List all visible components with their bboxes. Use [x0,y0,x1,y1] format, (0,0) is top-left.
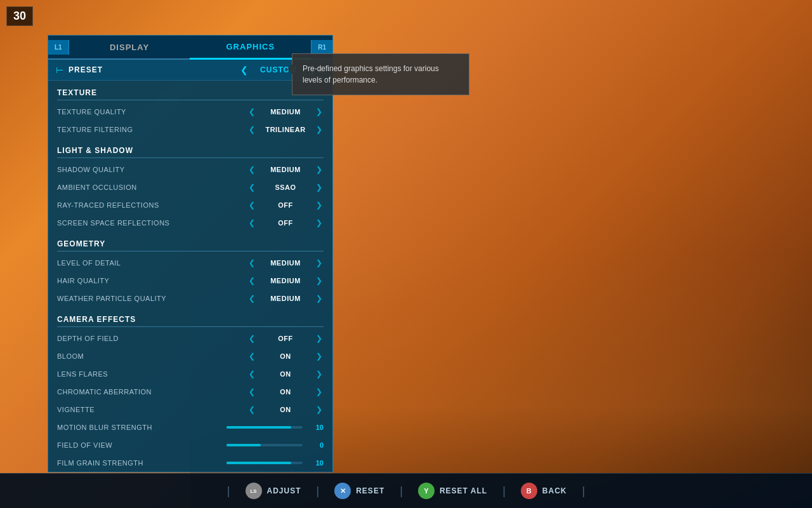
arrow-left-bloom[interactable]: ❮ [247,352,256,361]
bottom-action-adjust[interactable]: LS ADJUST [235,483,311,499]
arrow-left-level-of-detail[interactable]: ❮ [247,258,256,267]
setting-control-ray-traced-reflections: ❮ OFF ❯ [247,201,324,210]
setting-motion-blur-strength: MOTION BLUR STRENGTH 10 [48,418,332,436]
bottom-action-reset-all[interactable]: Y RESET ALL [408,483,497,499]
setting-name-texture-quality: TEXTURE QUALITY [57,108,247,116]
setting-bloom: BLOOM ❮ ON ❯ [48,347,332,365]
preset-tooltip: Pre-defined graphics settings for variou… [292,53,469,95]
arrow-right-vignette[interactable]: ❯ [315,405,324,414]
setting-control-lens-flares: ❮ ON ❯ [247,370,324,378]
arrow-right-chromatic-aberration[interactable]: ❯ [315,387,324,396]
arrow-right-lens-flares[interactable]: ❯ [315,370,324,378]
setting-name-hair-quality: HAIR QUALITY [57,277,247,284]
arrow-left-depth-of-field[interactable]: ❮ [247,334,256,343]
setting-level-of-detail: LEVEL OF DETAIL ❮ MEDIUM ❯ [48,254,332,272]
setting-control-shadow-quality: ❮ MEDIUM ❯ [247,165,324,174]
arrow-right-hair-quality[interactable]: ❯ [315,276,324,285]
arrow-right-ambient-occlusion[interactable]: ❯ [315,183,324,192]
setting-shadow-quality: SHADOW QUALITY ❮ MEDIUM ❯ [48,161,332,178]
section-header-light-shadow: LIGHT & SHADOW [48,141,332,157]
setting-chromatic-aberration: CHROMATIC ABERRATION ❮ ON ❯ [48,383,332,401]
value-weather-particle-quality: MEDIUM [260,295,311,302]
tab-display[interactable]: DISPLAY [69,36,190,58]
setting-control-vignette: ❮ ON ❯ [247,405,324,414]
arrow-left-ray-traced-reflections[interactable]: ❮ [247,201,256,210]
tooltip-text: Pre-defined graphics settings for variou… [303,64,439,84]
slider-track-film-grain[interactable] [226,462,303,464]
arrow-right-bloom[interactable]: ❯ [315,352,324,361]
arrow-left-lens-flares[interactable]: ❮ [247,370,256,378]
setting-name-motion-blur-strength: MOTION BLUR STRENGTH [57,424,226,431]
value-ambient-occlusion: SSAO [260,184,311,191]
arrow-left-screen-space-reflections[interactable]: ❮ [247,218,256,227]
value-chromatic-aberration: ON [260,388,311,396]
value-lens-flares: ON [260,370,311,378]
arrow-right-screen-space-reflections[interactable]: ❯ [315,218,324,227]
setting-name-field-of-view: FIELD OF VIEW [57,441,226,449]
setting-hair-quality: HAIR QUALITY ❮ MEDIUM ❯ [48,272,332,290]
section-divider-light-shadow [57,157,324,158]
setting-control-chromatic-aberration: ❮ ON ❯ [247,387,324,396]
bottom-bar: | LS ADJUST | ✕ RESET | Y RESET ALL | B … [0,473,812,508]
setting-field-of-view: FIELD OF VIEW 0 [48,436,332,454]
arrow-right-texture-filtering[interactable]: ❯ [315,125,324,134]
arrow-left-vignette[interactable]: ❮ [247,405,256,414]
arrow-left-shadow-quality[interactable]: ❮ [247,165,256,174]
section-header-geometry: GEOMETRY [48,234,332,251]
slider-track-field-of-view[interactable] [226,444,303,446]
arrow-left-ambient-occlusion[interactable]: ❮ [247,183,256,192]
bottom-sep-2: | [311,485,325,498]
tab-r1-button[interactable]: R1 [311,40,332,55]
value-bloom: ON [260,352,311,360]
value-motion-blur-strength: 10 [308,424,324,431]
arrow-right-depth-of-field[interactable]: ❯ [315,334,324,343]
setting-screen-space-reflections: SCREEN SPACE REFLECTIONS ❮ OFF ❯ [48,214,332,232]
arrow-right-texture-quality[interactable]: ❯ [315,107,324,116]
arrow-right-level-of-detail[interactable]: ❯ [315,258,324,267]
setting-lens-flares: LENS FLARES ❮ ON ❯ [48,365,332,383]
slider-fill-film-grain [226,462,291,464]
arrow-right-shadow-quality[interactable]: ❯ [315,165,324,174]
b-button-icon: B [521,483,537,499]
value-hair-quality: MEDIUM [260,277,311,284]
bottom-sep-1: | [222,485,235,498]
tab-bar: L1 DISPLAY GRAPHICS R1 [48,36,332,60]
value-film-grain-strength: 10 [308,459,324,467]
slider-track-motion-blur[interactable] [226,426,303,429]
arrow-left-hair-quality[interactable]: ❮ [247,276,256,285]
bottom-sep-4: | [497,485,511,498]
bottom-label-reset: RESET [356,486,384,495]
setting-name-screen-space-reflections: SCREEN SPACE REFLECTIONS [57,219,247,227]
value-depth-of-field: OFF [260,335,311,342]
setting-control-texture-quality: ❮ MEDIUM ❯ [247,107,324,116]
setting-name-level-of-detail: LEVEL OF DETAIL [57,259,247,267]
setting-control-weather-particle-quality: ❮ MEDIUM ❯ [247,294,324,303]
arrow-right-weather-particle-quality[interactable]: ❯ [315,294,324,303]
bottom-action-reset[interactable]: ✕ RESET [324,483,395,499]
slider-fill-field-of-view [226,444,261,446]
x-button-icon: ✕ [334,483,351,499]
tab-l1-button[interactable]: L1 [48,40,69,55]
preset-arrow-left[interactable]: ❮ [240,65,248,75]
arrow-right-ray-traced-reflections[interactable]: ❯ [315,201,324,210]
setting-name-vignette: VIGNETTE [57,406,247,413]
value-shadow-quality: MEDIUM [260,166,311,173]
bottom-sep-5: | [577,485,591,498]
bottom-sep-3: | [395,485,408,498]
setting-control-depth-of-field: ❮ OFF ❯ [247,334,324,343]
value-level-of-detail: MEDIUM [260,259,311,267]
setting-name-film-grain-strength: FILM GRAIN STRENGTH [57,459,226,467]
setting-control-screen-space-reflections: ❮ OFF ❯ [247,218,324,227]
bottom-label-adjust: ADJUST [267,486,301,495]
arrow-left-texture-filtering[interactable]: ❮ [247,125,256,134]
settings-panel: L1 DISPLAY GRAPHICS R1 ⊢ PRESET ❮ CUSTOM… [48,35,333,472]
bottom-label-back: BACK [542,486,567,495]
setting-ambient-occlusion: AMBIENT OCCLUSION ❮ SSAO ❯ [48,178,332,196]
bottom-action-back[interactable]: B BACK [511,483,577,499]
arrow-left-chromatic-aberration[interactable]: ❮ [247,387,256,396]
arrow-left-weather-particle-quality[interactable]: ❮ [247,294,256,303]
arrow-left-texture-quality[interactable]: ❮ [247,107,256,116]
section-divider-geometry [57,251,324,251]
value-ray-traced-reflections: OFF [260,201,311,209]
section-header-camera-effects: CAMERA EFFECTS [48,310,332,326]
